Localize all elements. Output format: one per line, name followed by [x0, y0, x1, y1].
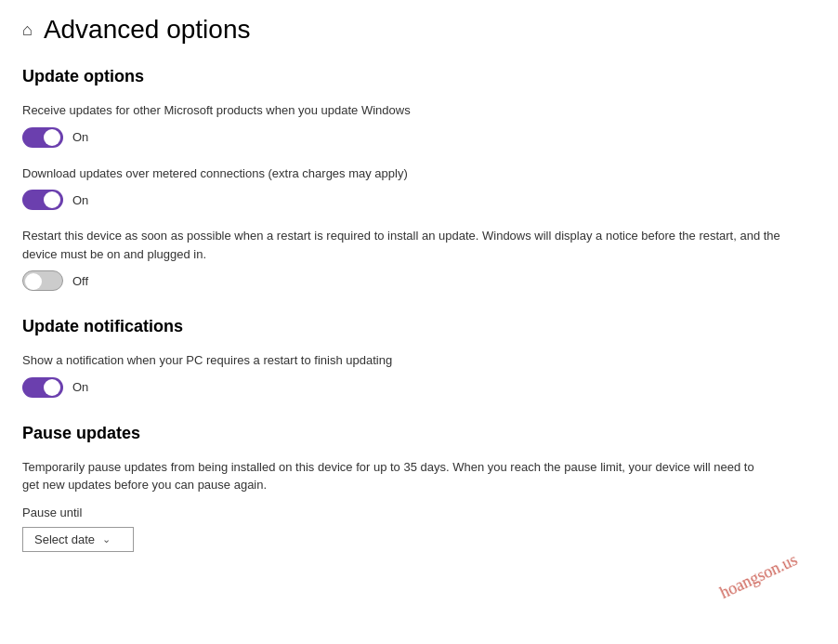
- chevron-down-icon: ⌄: [102, 533, 111, 545]
- update-notifications-title: Update notifications: [22, 317, 816, 336]
- select-date-button[interactable]: Select date ⌄: [22, 527, 134, 552]
- pause-updates-section: Pause updates Temporarily pause updates …: [22, 424, 816, 552]
- download-metered-setting: Download updates over metered connection…: [22, 164, 816, 211]
- page-title: Advanced options: [44, 15, 251, 45]
- watermark: hoangson.us: [716, 548, 802, 605]
- restart-device-state: Off: [72, 274, 88, 288]
- receive-updates-state: On: [72, 130, 88, 144]
- home-icon[interactable]: ⌂: [22, 20, 33, 40]
- show-notification-setting: Show a notification when your PC require…: [22, 351, 816, 398]
- receive-updates-setting: Receive updates for other Microsoft prod…: [22, 101, 816, 148]
- download-metered-state: On: [72, 193, 88, 207]
- pause-until-label: Pause until: [22, 506, 816, 519]
- page-header: ⌂ Advanced options: [22, 15, 816, 45]
- show-notification-state: On: [72, 380, 88, 394]
- update-options-section: Update options Receive updates for other…: [22, 67, 816, 291]
- download-metered-toggle-row: On: [22, 190, 816, 210]
- show-notification-toggle[interactable]: [22, 377, 63, 398]
- restart-device-toggle-row: Off: [22, 270, 816, 291]
- receive-updates-description: Receive updates for other Microsoft prod…: [22, 101, 784, 120]
- show-notification-toggle-row: On: [22, 377, 816, 398]
- update-options-title: Update options: [22, 67, 816, 86]
- restart-device-toggle[interactable]: [22, 270, 63, 291]
- receive-updates-toggle-row: On: [22, 127, 816, 148]
- pause-updates-description: Temporarily pause updates from being ins…: [22, 458, 766, 494]
- update-notifications-section: Update notifications Show a notification…: [22, 317, 816, 398]
- restart-device-setting: Restart this device as soon as possible …: [22, 227, 816, 291]
- restart-device-description: Restart this device as soon as possible …: [22, 227, 784, 263]
- select-date-label: Select date: [34, 532, 95, 546]
- pause-updates-title: Pause updates: [22, 424, 816, 443]
- download-metered-toggle[interactable]: [22, 190, 63, 210]
- show-notification-description: Show a notification when your PC require…: [22, 351, 784, 370]
- download-metered-description: Download updates over metered connection…: [22, 164, 784, 183]
- receive-updates-toggle[interactable]: [22, 127, 63, 148]
